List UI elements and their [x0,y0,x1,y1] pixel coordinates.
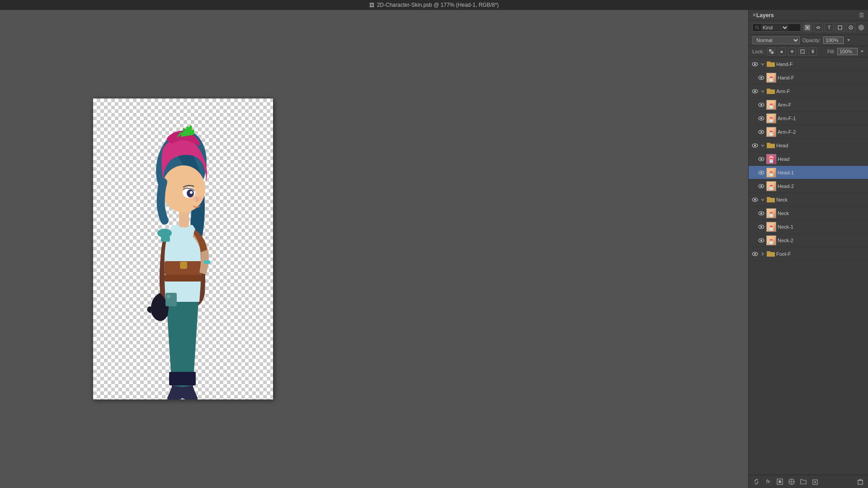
expand-arrow[interactable] [760,89,765,94]
layer-name: Arm-F-1 [778,116,865,121]
layers-panel-close[interactable]: ✕ [752,12,756,18]
adjustment-layer-icon [788,479,795,485]
opacity-input[interactable] [823,37,844,44]
layer-row[interactable]: Arm-F-2 [749,125,868,139]
filter-type-btn[interactable]: T [825,23,834,32]
lock-artboard-btn[interactable] [798,47,807,56]
svg-point-11 [190,191,193,194]
layer-row[interactable]: Arm-F [749,84,868,98]
svg-point-7 [162,165,205,212]
canvas-character [93,99,273,399]
layers-panel-menu[interactable]: ☰ [859,12,864,19]
layer-row[interactable]: Head [749,139,868,152]
folder-svg-icon [767,142,775,149]
filter-shape-btn[interactable] [835,23,844,32]
visibility-toggle[interactable] [751,196,759,203]
layer-row[interactable]: Head [749,152,868,166]
thumb-svg [767,100,776,110]
svg-rect-13 [180,262,187,268]
eye-open-icon [752,197,758,202]
layer-name: Arm-F [776,89,865,94]
delete-icon [857,479,863,485]
blend-mode-select[interactable]: Normal Dissolve Multiply Screen Overlay [752,36,800,44]
new-layer-button[interactable] [810,477,820,487]
layer-row[interactable]: Neck-1 [749,220,868,234]
filter-kind-select[interactable]: Kind Name Effect Mode Attribute Color [761,24,788,31]
layer-row[interactable]: Arm-F-1 [749,112,868,125]
eye-open-icon [758,75,764,80]
layer-thumbnail [766,235,776,245]
visibility-toggle[interactable] [751,88,759,95]
filter-smart-btn[interactable] [846,23,855,32]
expand-arrow[interactable] [760,251,765,257]
visibility-toggle[interactable] [758,237,765,244]
layers-list[interactable]: Hand-F Hand-FArm-F Arm-F Arm-F-1 [749,57,868,474]
layer-row[interactable]: Arm-F [749,98,868,112]
visibility-toggle[interactable] [758,210,765,217]
lock-all-btn[interactable] [809,47,817,56]
layer-row[interactable]: Neck-2 [749,234,868,247]
lock-move-btn[interactable] [788,47,796,56]
layer-row[interactable]: Neck [749,206,868,220]
layer-name: Neck-1 [778,224,865,230]
fill-input[interactable] [837,48,858,55]
fill-label: Fill: [827,49,835,54]
add-mask-button[interactable] [775,477,785,487]
visibility-toggle[interactable] [758,169,765,176]
thumb-svg [767,208,776,218]
lock-checkerboard-btn[interactable] [767,47,775,56]
lock-paint-btn[interactable] [778,47,786,56]
canvas-area [0,10,366,488]
svg-rect-15 [204,260,210,264]
visibility-toggle[interactable] [751,142,759,149]
search-icon [755,25,760,30]
svg-point-68 [760,212,762,214]
eye-open-icon [758,170,764,175]
svg-point-72 [760,226,762,228]
layer-row[interactable]: Hand-F [749,57,868,71]
lock-all-icon [811,49,815,54]
eye-open-icon [758,116,764,121]
visibility-toggle[interactable] [751,250,759,258]
expand-arrow[interactable] [760,61,765,67]
visibility-toggle[interactable] [751,61,759,68]
svg-point-62 [760,185,762,187]
visibility-toggle[interactable] [758,223,765,230]
expand-arrow[interactable] [760,143,765,148]
new-layer-icon [812,479,818,485]
layer-row[interactable]: Hand-F [749,71,868,84]
lock-label: Lock: [752,49,764,54]
folder-svg-icon [767,61,775,67]
link-layers-button[interactable] [751,477,761,487]
filter-adjustment-btn[interactable] [814,23,823,32]
filter-pixel-btn[interactable] [803,23,812,32]
visibility-toggle[interactable] [758,128,765,136]
adjustment-layer-button[interactable] [787,477,797,487]
new-group-button[interactable] [798,477,808,487]
visibility-toggle[interactable] [758,74,765,81]
title-bar-text: 2D-Character-Skin.psb @ 177% (Head-1, RG… [377,2,499,8]
visibility-toggle[interactable] [758,101,765,108]
expand-arrow[interactable] [760,197,765,202]
svg-point-38 [754,90,756,92]
fx-button[interactable]: fx [763,477,773,487]
layer-row[interactable]: Head-2 [749,179,868,193]
layer-row[interactable]: Head-1 [749,166,868,179]
layer-name: Arm-F-2 [778,129,865,135]
layer-row[interactable]: Foot-F [749,247,868,261]
filter-active-indicator[interactable] [858,24,864,31]
chevron-down-icon [761,198,764,202]
layer-name: Neck [776,197,865,202]
folder-icon [767,251,775,257]
visibility-toggle[interactable] [758,115,765,122]
delete-layer-button[interactable] [855,477,865,487]
visibility-toggle[interactable] [758,155,765,163]
layer-thumbnail [766,168,776,178]
pixel-icon [805,25,810,30]
thumb-svg [767,235,776,245]
layer-row[interactable]: Neck [749,193,868,206]
eye-open-icon [758,184,764,188]
layer-name: Head-2 [778,183,865,189]
visibility-toggle[interactable] [758,183,765,190]
mask-icon [777,479,783,485]
